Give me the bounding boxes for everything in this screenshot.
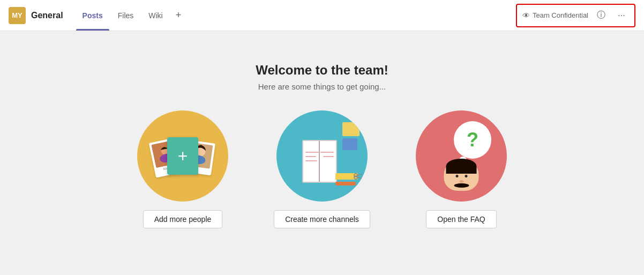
team-confidential-badge: 👁 Team Confidential (522, 11, 588, 20)
character-eye-right (465, 175, 467, 177)
character-body (444, 159, 479, 191)
sticky-note-yellow (342, 122, 360, 136)
plus-card: + (167, 137, 198, 175)
character-eye-left (455, 175, 458, 177)
faq-illustration: ? (416, 110, 507, 202)
nav-tabs: Posts Files Wiki + (76, 0, 186, 31)
faq-card: ? (408, 110, 515, 228)
plus-icon: + (178, 147, 188, 165)
info-button[interactable]: ⓘ (594, 8, 609, 23)
faq-button[interactable]: Open the FAQ (426, 210, 497, 228)
question-mark-icon: ? (467, 130, 478, 150)
team-avatar: MY (9, 7, 26, 24)
channel-name: General (31, 11, 63, 20)
svg-line-7 (357, 174, 362, 175)
cards-row: Maxine (129, 110, 515, 228)
sticky-notes-group (342, 122, 360, 150)
character-eyes (455, 175, 467, 177)
welcome-subtitle: Here are some things to get going... (258, 82, 386, 91)
tab-posts[interactable]: Posts (76, 0, 109, 31)
app-header: MY General Posts Files Wiki + 👁 Team Con… (0, 0, 644, 31)
tab-wiki[interactable]: Wiki (142, 0, 169, 31)
ruler (335, 173, 358, 180)
faq-scene: ? (416, 110, 507, 202)
create-channels-card: Create more channels (268, 110, 376, 228)
svg-point-6 (354, 176, 357, 179)
add-people-button[interactable]: Add more people (143, 210, 223, 228)
more-options-button[interactable]: ··· (614, 8, 629, 23)
add-tab-button[interactable]: + (171, 0, 186, 31)
tab-files[interactable]: Files (111, 0, 140, 31)
character-head (444, 159, 479, 191)
book-scene (276, 110, 368, 202)
create-channels-button[interactable]: Create more channels (274, 210, 370, 228)
sticky-note-blue (342, 138, 357, 150)
book-spine (319, 141, 320, 182)
thought-bubble: ? (454, 121, 491, 159)
add-people-card: Maxine (129, 110, 236, 228)
character-nose (459, 180, 463, 183)
book-illustration (302, 140, 337, 183)
team-confidential-label: Team Confidential (533, 11, 588, 19)
character-mustache (454, 183, 469, 188)
main-content: Welcome to the team! Here are some thing… (0, 31, 644, 275)
create-channels-illustration (276, 110, 368, 202)
team-confidential-section: 👁 Team Confidential ⓘ ··· (516, 4, 635, 27)
eye-icon: 👁 (522, 11, 530, 20)
welcome-title: Welcome to the team! (256, 63, 388, 78)
svg-line-8 (357, 177, 362, 179)
pencil-ruler-group (335, 173, 358, 185)
add-people-inner: Maxine (137, 110, 228, 202)
pencil (335, 182, 356, 185)
add-people-illustration: Maxine (137, 110, 228, 202)
